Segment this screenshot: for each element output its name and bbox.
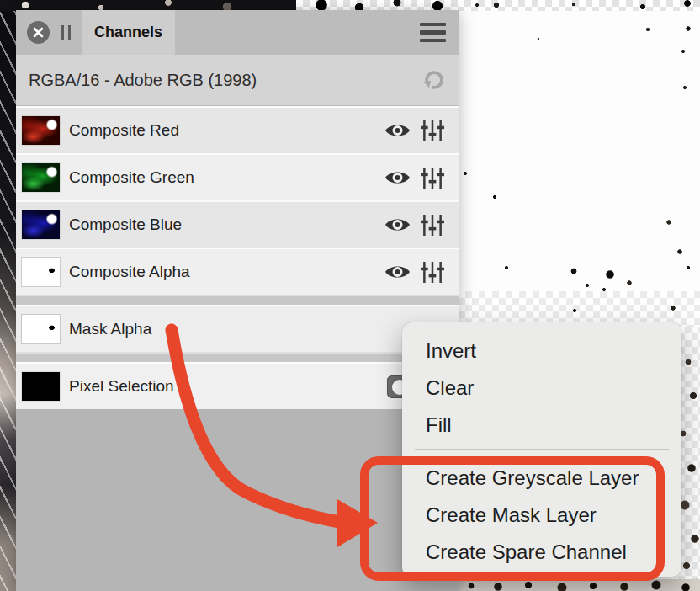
channel-thumbnail (22, 210, 60, 239)
channel-thumbnail (22, 315, 60, 343)
channel-thumbnail (22, 163, 60, 192)
channel-name: Composite Alpha (69, 263, 384, 281)
pin-panel-icon[interactable] (61, 25, 71, 40)
reset-icon[interactable] (422, 67, 447, 93)
panel-titlebar: Channels (16, 10, 459, 55)
channel-mixer-sliders-icon[interactable] (420, 167, 445, 189)
channel-mixer-sliders-icon[interactable] (420, 120, 445, 142)
hamburger-menu-icon[interactable] (420, 23, 446, 42)
canvas-texture (459, 579, 700, 591)
channel-thumbnail (22, 258, 60, 286)
tab-label: Channels (94, 24, 162, 41)
channel-name: Composite Red (69, 121, 384, 140)
channel-mixer-sliders-icon[interactable] (420, 214, 445, 237)
close-panel-button[interactable] (27, 21, 50, 44)
menu-item-create-mask-layer[interactable]: Create Mask Layer (402, 497, 681, 534)
channel-mixer-sliders-icon[interactable] (420, 261, 445, 284)
channel-row-pixel-selection[interactable]: Pixel Selection (16, 362, 459, 409)
menu-item-invert[interactable]: Invert (402, 333, 681, 370)
transparency-checkerboard (459, 291, 700, 327)
menu-item-clear[interactable]: Clear (402, 370, 681, 407)
eye-icon[interactable] (384, 121, 411, 140)
channel-context-menu: Invert Clear Fill Create Greyscale Layer… (402, 322, 681, 577)
channel-row-composite-green[interactable]: Composite Green (16, 153, 459, 200)
tab-channels[interactable]: Channels (82, 10, 175, 55)
menu-item-fill[interactable]: Fill (402, 407, 681, 444)
channels-panel: Channels RGBA/16 - Adobe RGB (1998) Comp… (16, 10, 459, 591)
channel-thumbnail (22, 116, 60, 145)
menu-group-create: Create Greyscale Layer Create Mask Layer… (402, 460, 681, 571)
channel-group-separator (16, 352, 459, 362)
channel-name: Mask Alpha (69, 320, 445, 338)
menu-item-create-greyscale-layer[interactable]: Create Greyscale Layer (402, 460, 681, 497)
screenshot-stage: Channels RGBA/16 - Adobe RGB (1998) Comp… (0, 0, 700, 591)
channel-group-separator (16, 295, 459, 305)
channel-row-composite-red[interactable]: Composite Red (16, 106, 459, 153)
channel-name: Composite Blue (69, 216, 384, 234)
canvas-texture (0, 11, 16, 591)
channel-row-mask-alpha[interactable]: Mask Alpha (16, 305, 459, 352)
menu-separator (415, 449, 669, 450)
channel-thumbnail (22, 372, 60, 401)
eye-icon[interactable] (384, 168, 411, 187)
channel-row-composite-alpha[interactable]: Composite Alpha (16, 248, 459, 295)
channel-row-composite-blue[interactable]: Composite Blue (16, 200, 459, 248)
menu-item-create-spare-channel[interactable]: Create Spare Channel (402, 534, 681, 571)
close-icon (33, 27, 44, 38)
eye-icon[interactable] (384, 216, 411, 234)
eye-icon[interactable] (384, 263, 411, 281)
channel-name: Composite Green (69, 168, 384, 187)
colorspace-row: RGBA/16 - Adobe RGB (1998) (16, 55, 459, 106)
colorspace-label: RGBA/16 - Adobe RGB (1998) (29, 71, 422, 90)
